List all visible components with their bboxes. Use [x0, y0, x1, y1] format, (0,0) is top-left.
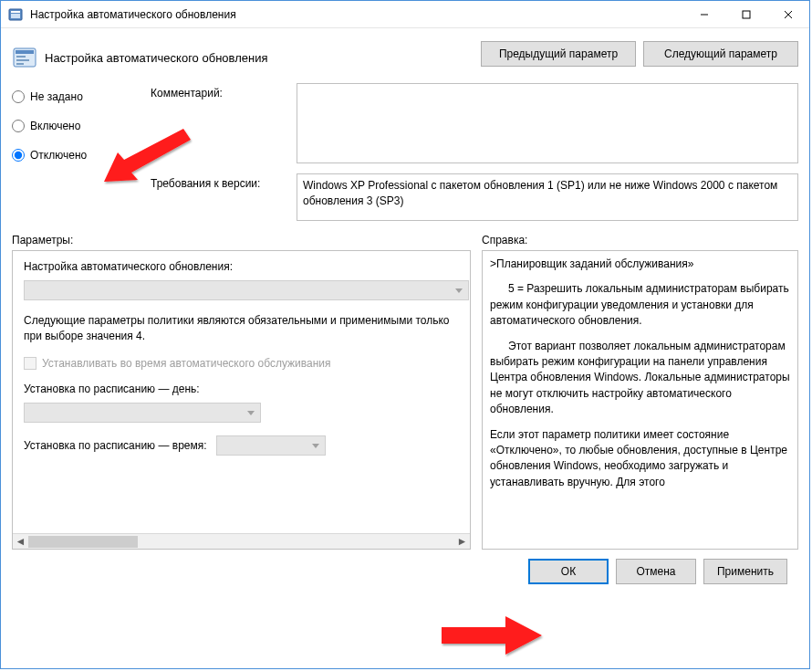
svg-rect-2 [11, 14, 20, 18]
previous-setting-button[interactable]: Предыдущий параметр [481, 41, 636, 67]
schedule-time-label: Установка по расписанию — время: [24, 439, 207, 452]
window-controls [683, 1, 809, 27]
radio-disabled-input[interactable] [12, 149, 25, 162]
help-pane[interactable]: >Планировщик заданий обслуживания» 5 = Р… [482, 250, 798, 550]
app-icon [8, 7, 23, 22]
radio-enabled-label: Включено [30, 120, 80, 132]
radio-disabled-label: Отключено [30, 149, 87, 162]
options-pane: Настройка автоматического обновления: Сл… [12, 250, 471, 550]
svg-rect-9 [16, 56, 26, 58]
supported-box[interactable]: Windows XP Professional с пакетом обновл… [297, 173, 798, 221]
options-hscrollbar[interactable]: ◄ ► [13, 533, 470, 549]
schedule-day-combo[interactable] [24, 403, 261, 423]
close-button[interactable] [767, 1, 809, 28]
comment-textarea[interactable] [297, 83, 798, 163]
footer: ОК Отмена Применить [12, 550, 798, 595]
radio-enabled[interactable]: Включено [12, 114, 140, 138]
maintenance-checkbox-label: Устанавливать во время автоматического о… [42, 357, 331, 370]
svg-rect-10 [16, 59, 29, 61]
help-text-3: Этот вариант позволяет локальным админис… [490, 339, 790, 418]
policy-icon [12, 45, 37, 70]
titlebar: Настройка автоматического обновления [1, 1, 809, 28]
help-label: Справка: [482, 234, 527, 246]
ok-button[interactable]: ОК [528, 559, 609, 584]
schedule-day-label: Установка по расписанию — день: [24, 383, 459, 395]
options-note: Следующие параметры политики являются об… [24, 313, 459, 344]
window-title: Настройка автоматического обновления [30, 8, 683, 21]
scroll-left-icon[interactable]: ◄ [13, 534, 28, 550]
help-text-2: 5 = Разрешить локальным администраторам … [490, 281, 790, 329]
content-area: Настройка автоматического обновления Пре… [1, 28, 809, 668]
supported-text: Windows XP Professional с пакетом обновл… [303, 179, 777, 207]
scroll-right-icon[interactable]: ► [454, 534, 470, 550]
maximize-button[interactable] [725, 1, 767, 28]
help-text-4: Если этот параметр политики имеет состоя… [490, 427, 790, 491]
maintenance-checkbox[interactable] [24, 357, 36, 370]
supported-label: Требования к версии: [151, 173, 297, 190]
maintenance-checkbox-row[interactable]: Устанавливать во время автоматического о… [24, 357, 459, 370]
help-text-1: >Планировщик заданий обслуживания» [490, 257, 790, 272]
state-section: Не задано Включено Отключено Комментарий… [12, 83, 798, 221]
minimize-button[interactable] [683, 1, 725, 28]
header-row: Настройка автоматического обновления Пре… [12, 37, 798, 70]
next-setting-button[interactable]: Следующий параметр [643, 41, 798, 67]
svg-rect-11 [16, 63, 24, 65]
svg-rect-4 [743, 11, 750, 18]
schedule-time-combo[interactable] [216, 435, 326, 456]
radio-not-configured[interactable]: Не задано [12, 85, 140, 109]
cancel-button[interactable]: Отмена [616, 559, 696, 584]
panes-labels: Параметры: Справка: [12, 234, 798, 246]
radio-disabled[interactable]: Отключено [12, 143, 140, 167]
panes-row: Настройка автоматического обновления: Сл… [12, 250, 798, 550]
radio-not-configured-label: Не задано [30, 90, 83, 103]
comment-label: Комментарий: [151, 83, 297, 100]
configure-update-combo[interactable] [24, 280, 469, 300]
scroll-thumb[interactable] [28, 536, 138, 548]
svg-rect-8 [16, 50, 34, 54]
dialog-window: Настройка автоматического обновления [0, 0, 810, 669]
radio-not-configured-input[interactable] [12, 90, 25, 103]
policy-title: Настройка автоматического обновления [45, 51, 267, 65]
svg-rect-1 [11, 11, 20, 13]
radio-enabled-input[interactable] [12, 120, 25, 132]
apply-button[interactable]: Применить [703, 559, 787, 584]
configure-update-label: Настройка автоматического обновления: [24, 260, 459, 273]
options-label: Параметры: [12, 234, 482, 246]
